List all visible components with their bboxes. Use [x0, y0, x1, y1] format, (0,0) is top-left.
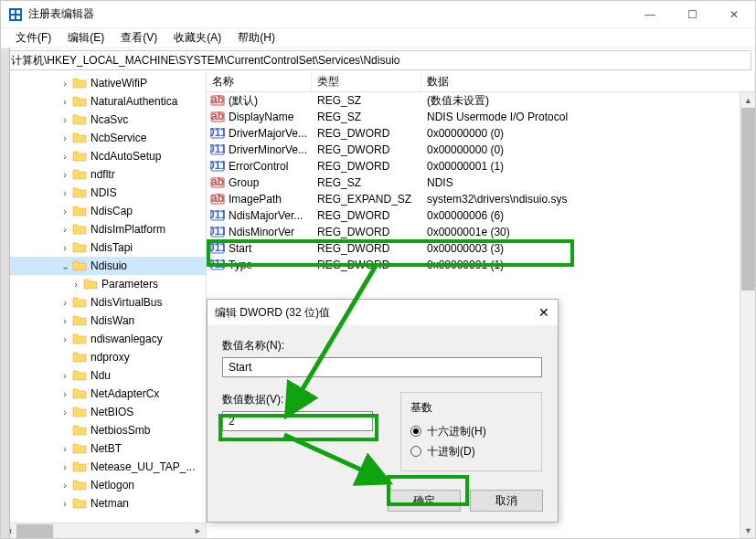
- tree-item-netbt[interactable]: ›NetBT: [1, 439, 206, 458]
- tree-item-ndisuio[interactable]: ⌄Ndisuio: [1, 257, 206, 275]
- menu-help[interactable]: 帮助(H): [230, 28, 282, 48]
- tree-expander-icon[interactable]: ›: [59, 169, 70, 180]
- tree-item-ndproxy[interactable]: ndproxy: [1, 348, 206, 366]
- list-row[interactable]: 011NdisMinorVerREG_DWORD0x0000001e (30): [207, 224, 755, 240]
- tree-expander-icon[interactable]: ›: [59, 96, 70, 107]
- scroll-down-button[interactable]: ▼: [740, 523, 755, 538]
- value-data: NDIS: [421, 176, 755, 189]
- tree-item-netlogon[interactable]: ›Netlogon: [1, 476, 206, 494]
- dialog-close-button[interactable]: ✕: [530, 305, 558, 320]
- folder-icon: [72, 95, 87, 108]
- tree-item-parameters[interactable]: ›Parameters: [1, 275, 206, 293]
- list-row[interactable]: abGroupREG_SZNDIS: [207, 174, 755, 191]
- tree-item-label: NetBIOS: [91, 406, 133, 418]
- binary-value-icon: 011: [210, 259, 225, 271]
- tree-expander-icon[interactable]: ›: [59, 151, 70, 162]
- tree-item-ncdautosetup[interactable]: ›NcdAutoSetup: [1, 147, 206, 165]
- folder-icon: [83, 278, 98, 291]
- tree-item-ndiswan[interactable]: ›NdisWan: [1, 312, 206, 330]
- radio-dec-row[interactable]: 十进制(D): [410, 441, 532, 461]
- cancel-button[interactable]: 取消: [470, 490, 543, 512]
- tree-item-ndfltr[interactable]: ›ndfltr: [1, 165, 206, 184]
- list-row[interactable]: 011DriverMinorVe...REG_DWORD0x00000000 (…: [207, 142, 755, 158]
- dialog-title: 编辑 DWORD (32 位)值: [215, 305, 530, 321]
- tree-expander-icon[interactable]: ›: [59, 297, 70, 308]
- list-row[interactable]: abDisplayNameREG_SZNDIS Usermode I/O Pro…: [207, 109, 755, 125]
- maximize-button[interactable]: ☐: [671, 1, 713, 28]
- scroll-right-button[interactable]: ►: [190, 523, 206, 539]
- tree-expander-icon[interactable]: ⌄: [59, 260, 70, 272]
- folder-icon: [72, 150, 87, 163]
- menu-file[interactable]: 文件(F): [8, 28, 59, 48]
- input-value-name[interactable]: [222, 357, 542, 377]
- tree-item-netease-uu-tap-[interactable]: ›Netease_UU_TAP_...: [1, 458, 206, 476]
- tree-expander-icon[interactable]: ›: [59, 132, 70, 143]
- tree-item-netman[interactable]: ›Netman: [1, 494, 206, 513]
- address-bar[interactable]: 计算机\HKEY_LOCAL_MACHINE\SYSTEM\CurrentCon…: [5, 50, 751, 70]
- value-type: REG_SZ: [312, 176, 421, 189]
- tree-item-netbiossmb[interactable]: NetbiosSmb: [1, 421, 206, 439]
- registry-tree[interactable]: ›NativeWifiP›NaturalAuthentica›NcaSvc›Nc…: [1, 72, 206, 513]
- tree-expander-icon[interactable]: ›: [59, 78, 70, 89]
- ok-button[interactable]: 确定: [388, 490, 461, 512]
- list-row[interactable]: 011NdisMajorVer...REG_DWORD0x00000006 (6…: [207, 207, 755, 224]
- tree-expander-icon[interactable]: ›: [59, 315, 70, 326]
- radio-hex-row[interactable]: 十六进制(H): [410, 421, 532, 441]
- tree-item-ndisvirtualbus[interactable]: ›NdisVirtualBus: [1, 293, 206, 312]
- list-row[interactable]: 011StartREG_DWORD0x00000003 (3): [207, 240, 755, 257]
- tree-item-nativewifip[interactable]: ›NativeWifiP: [1, 74, 206, 92]
- tree-item-naturalauthentica[interactable]: ›NaturalAuthentica: [1, 92, 206, 111]
- tree-item-ndis[interactable]: ›NDIS: [1, 184, 206, 202]
- tree-item-netbios[interactable]: ›NetBIOS: [1, 403, 206, 421]
- tree-item-label: NetbiosSmb: [91, 424, 150, 437]
- tree-expander-icon[interactable]: ›: [59, 461, 70, 472]
- tree-item-label: NdisVirtualBus: [91, 296, 162, 309]
- svg-text:011: 011: [210, 143, 225, 155]
- close-button[interactable]: ✕: [713, 1, 755, 28]
- menu-view[interactable]: 查看(V): [113, 28, 165, 48]
- label-value-data: 数值数据(V):: [222, 392, 373, 407]
- tree-expander-icon[interactable]: ›: [59, 114, 70, 125]
- folder-icon: [72, 442, 87, 455]
- list-row[interactable]: 011DriverMajorVe...REG_DWORD0x00000000 (…: [207, 125, 755, 142]
- tree-item-ndistapi[interactable]: ›NdisTapi: [1, 238, 206, 257]
- list-row[interactable]: 011TypeREG_DWORD0x00000001 (1): [207, 257, 755, 273]
- scroll-up-button[interactable]: ▲: [740, 92, 755, 108]
- tree-expander-icon[interactable]: ›: [59, 443, 70, 454]
- scroll-thumb-vertical[interactable]: [741, 108, 755, 291]
- tree-item-ndu[interactable]: ›Ndu: [1, 366, 206, 385]
- value-type: REG_DWORD: [312, 160, 421, 173]
- tree-expander-icon[interactable]: ›: [59, 187, 70, 198]
- tree-item-ncasvc[interactable]: ›NcaSvc: [1, 111, 206, 129]
- tree-item-ndiscap[interactable]: ›NdisCap: [1, 202, 206, 220]
- tree-expander-icon[interactable]: ›: [59, 242, 70, 253]
- input-value-data[interactable]: [222, 411, 373, 431]
- list-row[interactable]: abImagePathREG_EXPAND_SZsystem32\drivers…: [207, 191, 755, 207]
- tree-item-ndiswanlegacy[interactable]: ›ndiswanlegacy: [1, 330, 206, 348]
- tree-expander-icon[interactable]: ›: [59, 333, 70, 344]
- column-header-name[interactable]: 名称: [207, 72, 312, 91]
- tree-item-label: Netman: [91, 497, 129, 510]
- tree-expander-icon[interactable]: ›: [59, 224, 70, 235]
- tree-scrollbar-horizontal[interactable]: ◄ ►: [1, 523, 206, 538]
- tree-item-ncbservice[interactable]: ›NcbService: [1, 129, 206, 147]
- tree-item-netadaptercx[interactable]: ›NetAdapterCx: [1, 385, 206, 403]
- list-row[interactable]: ab(默认)REG_SZ(数值未设置): [207, 92, 755, 109]
- menu-edit[interactable]: 编辑(E): [60, 28, 112, 48]
- tree-expander-icon[interactable]: ›: [59, 407, 70, 417]
- tree-item-ndisimplatform[interactable]: ›NdisImPlatform: [1, 220, 206, 238]
- tree-expander-icon[interactable]: ›: [70, 279, 81, 290]
- scroll-thumb-horizontal[interactable]: [16, 524, 53, 538]
- tree-expander-icon[interactable]: ›: [59, 498, 70, 509]
- tree-expander-icon[interactable]: ›: [59, 480, 70, 491]
- menu-favorites[interactable]: 收藏夹(A): [166, 28, 229, 48]
- minimize-button[interactable]: —: [629, 1, 671, 28]
- list-scrollbar-vertical[interactable]: ▲ ▼: [740, 92, 755, 538]
- tree-expander-icon[interactable]: ›: [59, 206, 70, 217]
- list-row[interactable]: 011ErrorControlREG_DWORD0x00000001 (1): [207, 158, 755, 174]
- value-type: REG_DWORD: [312, 127, 421, 140]
- column-header-type[interactable]: 类型: [312, 72, 421, 91]
- tree-expander-icon[interactable]: ›: [59, 388, 70, 399]
- tree-expander-icon[interactable]: ›: [59, 370, 70, 381]
- column-header-data[interactable]: 数据: [421, 72, 755, 91]
